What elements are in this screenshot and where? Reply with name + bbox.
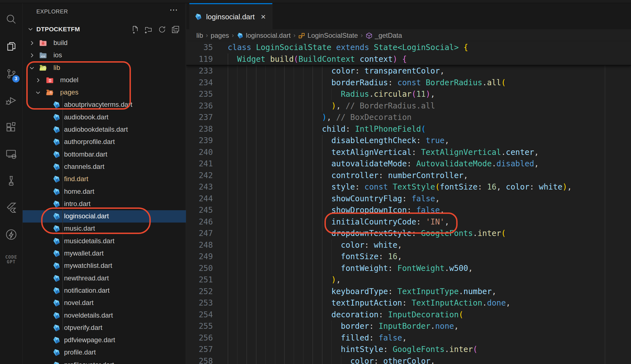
search-icon[interactable] xyxy=(0,10,22,29)
code-line-233[interactable]: 233color: transparentColor, xyxy=(186,65,631,77)
line-number: 246 xyxy=(186,216,213,228)
new-folder-icon[interactable] xyxy=(144,25,153,35)
tree-folder-ios[interactable]: iOSios xyxy=(23,49,186,62)
tree-item-label: pdfviewpage.dart xyxy=(64,336,115,344)
dart-file-icon xyxy=(52,287,61,295)
tab-close-icon[interactable]: × xyxy=(261,12,266,22)
tree-file-novel.dart[interactable]: novel.dart xyxy=(23,297,186,309)
refresh-icon[interactable] xyxy=(158,25,166,35)
tree-folder-pages[interactable]: pages xyxy=(23,86,186,99)
breadcrumb-item--getdata[interactable]: _getData xyxy=(366,32,402,39)
dart-file-icon xyxy=(52,224,61,233)
tree-file-bottombar.dart[interactable]: bottombar.dart xyxy=(23,148,186,161)
line-content: ), // BorderRadius.all xyxy=(228,100,631,112)
vscode-window: 3CODEGPT EXPLORER ⋯ DTPOCKETFM buildiOSi… xyxy=(0,0,631,364)
collapse-all-icon[interactable] xyxy=(171,25,180,35)
code-line-244[interactable]: 244showCountryFlag: false, xyxy=(186,193,631,205)
new-file-icon[interactable] xyxy=(131,25,140,35)
tree-item-label: novel.dart xyxy=(64,299,93,307)
code-line-256[interactable]: 256filled: false, xyxy=(186,332,631,344)
code-line-250[interactable]: 250fontWeight: FontWeight.w500, xyxy=(186,263,631,274)
line-content: borderRadius: const BorderRadius.all( xyxy=(228,77,631,89)
code-line-237[interactable]: 237), // BoxDecoration xyxy=(186,112,631,123)
code-editor[interactable]: 35class LoginSocialState extends State<L… xyxy=(186,42,631,364)
breadcrumb-item-pages[interactable]: pages xyxy=(211,32,229,39)
code-line-249[interactable]: 249fontSize: 16, xyxy=(186,251,631,263)
source-control-icon[interactable]: 3 xyxy=(0,65,22,83)
tree-item-label: find.dart xyxy=(64,175,88,183)
code-line-236[interactable]: 236), // BorderRadius.all xyxy=(186,100,631,112)
dart-file-icon xyxy=(52,150,61,159)
code-line-242[interactable]: 242controller: numberController, xyxy=(186,170,631,181)
flutter-icon[interactable] xyxy=(0,198,22,217)
code-line-253[interactable]: 253textInputAction: TextInputAction.done… xyxy=(186,297,631,309)
code-line-240[interactable]: 240textAlignVertical: TextAlignVertical.… xyxy=(186,146,631,158)
breadcrumb-item-loginsocialstate[interactable]: LoginSocialState xyxy=(298,32,358,39)
extensions-icon[interactable] xyxy=(0,118,22,136)
code-line-257[interactable]: 257hintStyle: GoogleFonts.inter( xyxy=(186,344,631,355)
tree-file-pdfviewpage.dart[interactable]: pdfviewpage.dart xyxy=(23,334,186,346)
tree-folder-lib[interactable]: lib xyxy=(23,62,186,74)
line-content: fontSize: 16, xyxy=(228,251,631,263)
tree-file-mywatchlist.dart[interactable]: mywatchlist.dart xyxy=(23,260,186,272)
code-line-241[interactable]: 241autovalidateMode: AutovalidateMode.di… xyxy=(186,158,631,170)
tree-file-musicdetails.dart[interactable]: musicdetails.dart xyxy=(23,235,186,247)
tree-item-label: mywallet.dart xyxy=(64,249,103,257)
tree-file-profile.dart[interactable]: profile.dart xyxy=(23,346,186,359)
tree-file-aboutprivacyterms.dart[interactable]: aboutprivacyterms.dart xyxy=(23,99,186,111)
tree-file-otpverify.dart[interactable]: otpverify.dart xyxy=(23,322,186,334)
tree-file-home.dart[interactable]: home.dart xyxy=(23,186,186,198)
tree-file-audiobookdetails.dart[interactable]: audiobookdetails.dart xyxy=(23,124,186,136)
code-line-247[interactable]: 247dropdownTextStyle: GoogleFonts.inter( xyxy=(186,228,631,239)
code-line-245[interactable]: 245showDropdownIcon: false, xyxy=(186,204,631,216)
tree-file-channels.dart[interactable]: channels.dart xyxy=(23,161,186,173)
folder-pages-icon xyxy=(46,88,54,97)
code-line-35[interactable]: 35class LoginSocialState extends State<L… xyxy=(186,42,631,53)
tree-folder-build[interactable]: build xyxy=(23,37,186,49)
line-content: dropdownTextStyle: GoogleFonts.inter( xyxy=(228,228,631,239)
code-line-252[interactable]: 252keyboardType: TextInputType.number, xyxy=(186,286,631,297)
code-line-238[interactable]: 238child: IntlPhoneField( xyxy=(186,123,631,135)
tree-file-loginsocial.dart[interactable]: loginsocial.dart xyxy=(23,210,186,223)
tree-file-audiobook.dart[interactable]: audiobook.dart xyxy=(23,111,186,124)
code-line-239[interactable]: 239disableLengthCheck: true, xyxy=(186,135,631,146)
code-line-251[interactable]: 251), xyxy=(186,274,631,286)
dart-file-icon xyxy=(194,13,202,21)
code-line-258[interactable]: 258color: otherColor, xyxy=(186,355,631,364)
code-lines[interactable]: 233color: transparentColor,234borderRadi… xyxy=(186,65,631,364)
tree-file-mywallet.dart[interactable]: mywallet.dart xyxy=(23,247,186,260)
code-line-248[interactable]: 248color: white, xyxy=(186,239,631,251)
code-line-246[interactable]: 246initialCountryCode: 'IN', xyxy=(186,216,631,228)
code-line-119[interactable]: 119Widget build(BuildContext context) { xyxy=(186,53,631,65)
codegpt-icon[interactable]: CODEGPT xyxy=(0,255,22,264)
tree-file-intro.dart[interactable]: intro.dart xyxy=(23,198,186,210)
remote-explorer-icon[interactable] xyxy=(0,145,22,163)
breadcrumb-separator: › xyxy=(232,32,234,39)
tree-file-profileavatar.dart[interactable]: profileavatar.dart xyxy=(23,359,186,364)
explorer-icon[interactable] xyxy=(0,37,22,56)
code-line-255[interactable]: 255border: InputBorder.none, xyxy=(186,320,631,332)
dart-file-icon xyxy=(52,163,61,171)
breadcrumb-item-lib[interactable]: lib xyxy=(196,32,203,39)
tree-file-music.dart[interactable]: music.dart xyxy=(23,223,186,235)
thunder-icon[interactable] xyxy=(0,225,22,244)
explorer-more-actions-icon[interactable]: ⋯ xyxy=(169,5,178,15)
tree-file-notification.dart[interactable]: notification.dart xyxy=(23,285,186,297)
test-beaker-icon[interactable] xyxy=(0,171,22,190)
dart-file-icon xyxy=(52,113,61,122)
tree-item-label: channels.dart xyxy=(64,163,104,171)
tree-file-find.dart[interactable]: find.dart2 xyxy=(23,173,186,185)
project-section-header[interactable]: DTPOCKETFM xyxy=(23,23,186,37)
code-line-254[interactable]: 254decoration: InputDecoration( xyxy=(186,309,631,321)
code-line-243[interactable]: 243style: const TextStyle(fontSize: 16, … xyxy=(186,181,631,193)
code-line-235[interactable]: 235Radius.circular(11), xyxy=(186,88,631,100)
breadcrumb-item-loginsocial-dart[interactable]: loginsocial.dart xyxy=(237,32,291,39)
tree-file-noveldetails.dart[interactable]: noveldetails.dart xyxy=(23,309,186,322)
tree-file-authorprofile.dart[interactable]: authorprofile.dart xyxy=(23,136,186,148)
tree-folder-model[interactable]: model xyxy=(23,74,186,86)
tree-item-label: audiobookdetails.dart xyxy=(64,126,128,133)
tab-loginsocial[interactable]: loginsocial.dart × xyxy=(189,3,272,29)
tree-file-newthread.dart[interactable]: newthread.dart xyxy=(23,272,186,285)
code-line-234[interactable]: 234borderRadius: const BorderRadius.all( xyxy=(186,77,631,89)
run-debug-icon[interactable] xyxy=(0,91,22,110)
